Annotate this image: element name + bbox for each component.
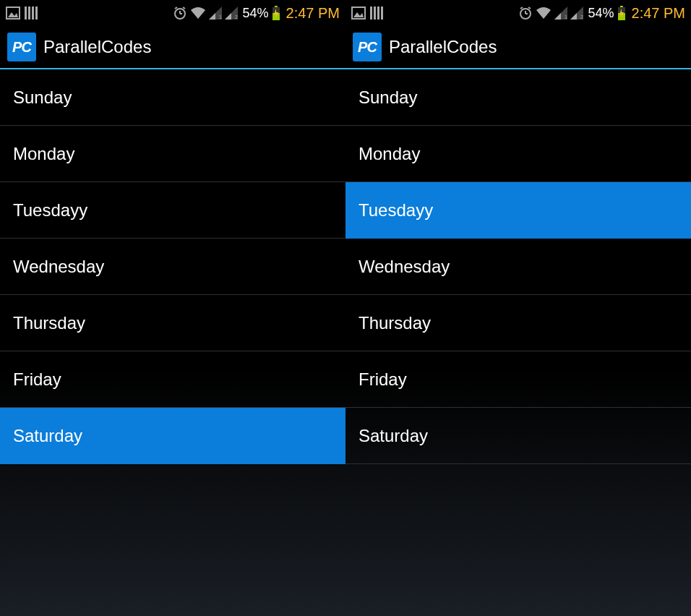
svg-rect-26 <box>381 7 383 20</box>
list-item-label: Saturday <box>13 426 82 446</box>
battery-percent: 54% <box>242 6 268 21</box>
list-item[interactable]: Sunday <box>0 69 346 126</box>
battery-icon <box>272 6 280 20</box>
barcode-icon <box>370 7 385 20</box>
day-list[interactable]: SundayMondayTuesdayyWednesdayThursdayFri… <box>346 69 691 616</box>
signal-sim1-icon: 1 <box>554 7 567 20</box>
list-item[interactable]: Friday <box>346 351 691 408</box>
list-item-label: Saturday <box>359 426 428 446</box>
list-item[interactable]: Monday <box>0 126 346 182</box>
svg-rect-23 <box>370 7 372 20</box>
svg-marker-15 <box>225 13 231 20</box>
list-item[interactable]: Wednesday <box>0 239 346 295</box>
image-icon <box>351 7 366 20</box>
list-item[interactable]: Saturday <box>0 408 346 464</box>
image-icon <box>6 7 20 20</box>
app-icon: PC <box>7 33 36 61</box>
svg-text:2: 2 <box>235 14 238 20</box>
wifi-icon <box>536 7 551 20</box>
list-item[interactable]: Thursday <box>0 295 346 351</box>
svg-text:1: 1 <box>565 14 567 20</box>
wifi-icon <box>190 7 206 20</box>
svg-marker-12 <box>209 13 215 20</box>
signal-sim2-icon: 2 <box>570 7 583 20</box>
list-item[interactable]: Tuesdayy <box>0 182 346 239</box>
svg-rect-5 <box>35 7 38 20</box>
alarm-icon <box>518 6 533 20</box>
list-item-label: Monday <box>359 144 420 164</box>
svg-marker-22 <box>353 12 364 17</box>
svg-marker-1 <box>8 12 18 17</box>
svg-line-10 <box>183 7 185 9</box>
svg-rect-2 <box>25 7 27 20</box>
svg-marker-33 <box>554 13 561 20</box>
phone-screen-right: 1 2 54% 2:47 PM PC ParallelCodes SundayM… <box>346 0 691 616</box>
list-item-label: Tuesdayy <box>359 200 433 221</box>
list-item[interactable]: Friday <box>0 351 346 408</box>
svg-line-9 <box>175 7 177 9</box>
list-item-label: Tuesdayy <box>13 200 87 221</box>
day-list[interactable]: SundayMondayTuesdayyWednesdayThursdayFri… <box>0 69 346 616</box>
list-item[interactable]: Thursday <box>346 295 691 351</box>
svg-text:2: 2 <box>580 14 583 20</box>
list-item-label: Thursday <box>359 313 431 333</box>
svg-text:1: 1 <box>219 14 222 20</box>
barcode-icon <box>25 7 39 20</box>
status-clock: 2:47 PM <box>632 5 685 22</box>
status-bar: 1 2 54% 2:47 PM <box>0 0 346 26</box>
svg-rect-24 <box>374 7 376 20</box>
list-item[interactable]: Saturday <box>346 408 691 464</box>
phone-screen-left: 1 2 54% 2:47 PM PC ParallelCodes SundayM… <box>0 0 346 616</box>
svg-marker-36 <box>570 13 577 20</box>
list-item-label: Wednesday <box>359 257 450 277</box>
list-item-label: Monday <box>13 144 74 164</box>
svg-rect-17 <box>275 6 278 7</box>
status-left <box>351 7 385 20</box>
svg-rect-3 <box>28 7 30 20</box>
svg-line-31 <box>528 7 531 9</box>
action-bar: PC ParallelCodes <box>346 26 691 69</box>
alarm-icon <box>173 6 187 20</box>
list-item[interactable]: Sunday <box>346 69 691 126</box>
status-right: 1 2 54% 2:47 PM <box>173 5 340 22</box>
signal-sim1-icon: 1 <box>209 7 222 20</box>
svg-rect-38 <box>620 6 623 7</box>
list-item-label: Thursday <box>13 313 85 333</box>
app-icon: PC <box>353 33 382 61</box>
list-item-label: Sunday <box>359 87 417 108</box>
status-right: 1 2 54% 2:47 PM <box>518 5 685 22</box>
svg-rect-4 <box>32 7 34 20</box>
app-title: ParallelCodes <box>43 37 151 57</box>
list-item[interactable]: Wednesday <box>346 239 691 295</box>
battery-icon <box>617 6 626 20</box>
list-item-label: Wednesday <box>13 257 104 277</box>
status-clock: 2:47 PM <box>286 5 340 22</box>
list-item-label: Sunday <box>13 87 72 108</box>
svg-rect-25 <box>377 7 379 20</box>
list-item-label: Friday <box>13 369 61 390</box>
battery-percent: 54% <box>588 6 614 21</box>
signal-sim2-icon: 2 <box>225 7 238 20</box>
action-bar: PC ParallelCodes <box>0 26 346 69</box>
svg-line-30 <box>520 7 523 9</box>
status-left <box>6 7 39 20</box>
list-item[interactable]: Tuesdayy <box>346 182 691 239</box>
status-bar: 1 2 54% 2:47 PM <box>346 0 691 26</box>
app-title: ParallelCodes <box>389 37 497 57</box>
list-item-label: Friday <box>359 369 407 390</box>
list-item[interactable]: Monday <box>346 126 691 182</box>
